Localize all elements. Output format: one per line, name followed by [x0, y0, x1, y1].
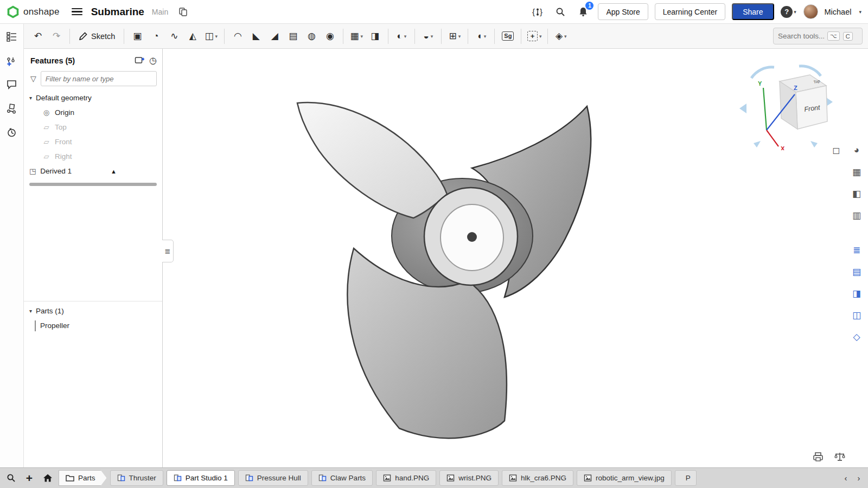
document-title: Submarine	[91, 6, 144, 18]
thicken-button[interactable]: ◫	[202, 28, 220, 45]
surface-button[interactable]: ◖	[473, 28, 490, 45]
mate-connector-button[interactable]: +	[526, 28, 543, 45]
insert-folder-icon[interactable]	[135, 56, 145, 65]
draft-button[interactable]: ◢	[266, 28, 283, 45]
tree-item-derived-1[interactable]: ◳ Derived 1 ▲	[24, 164, 162, 178]
copy-workspace-icon[interactable]	[175, 4, 191, 20]
view-cube-toggle-icon[interactable]: ◻	[828, 142, 844, 158]
panel-collapse-handle[interactable]: ≣	[162, 240, 174, 262]
app-store-button[interactable]: App Store	[598, 3, 648, 20]
extrude-button[interactable]: ▣	[129, 28, 146, 45]
sketch-button[interactable]: Sketch	[74, 28, 119, 45]
tree-item-top-plane[interactable]: ▱ Top	[24, 120, 162, 134]
main-menu-icon[interactable]	[72, 8, 82, 16]
tab-thruster[interactable]: Thruster	[110, 470, 163, 486]
search-tools-input[interactable]	[778, 32, 824, 40]
tab-pressure-hull[interactable]: Pressure Hull	[238, 470, 308, 486]
transform-button[interactable]: ⊞	[446, 28, 463, 45]
tab-scroll-right-icon[interactable]: ›	[853, 471, 865, 486]
help-menu[interactable]: ? ▾	[781, 4, 797, 20]
mirror-button[interactable]: ◨	[366, 28, 384, 45]
feature-list-rail-icon[interactable]: ≣	[848, 242, 865, 258]
tree-group-default-geometry[interactable]: ▾ Default geometry	[24, 91, 162, 105]
new-tab-button[interactable]: +	[22, 471, 37, 486]
tree-item-propeller[interactable]: Propeller	[24, 318, 162, 333]
panel-configurations-icon[interactable]	[4, 53, 20, 68]
kbd-c: C	[843, 32, 853, 41]
hole-button[interactable]: ◉	[321, 28, 339, 45]
panel-comments-icon[interactable]	[4, 77, 20, 92]
feature-filter-input[interactable]	[41, 71, 157, 86]
undo-button[interactable]: ↶	[29, 28, 47, 45]
part-studio-icon	[318, 474, 327, 482]
tab-hlk-cra6-png[interactable]: hlk_cra6.PNG	[502, 470, 573, 486]
tree-group-parts[interactable]: ▾ Parts (1)	[24, 304, 162, 318]
versions-icon[interactable]: {}	[529, 4, 546, 20]
print-3d-icon[interactable]	[812, 450, 825, 463]
learning-center-button[interactable]: Learning Center	[655, 3, 725, 20]
chevron-down-icon: ▾	[859, 9, 861, 15]
shell-button[interactable]: ◍	[303, 28, 320, 45]
tab-hand-png[interactable]: hand.PNG	[376, 470, 436, 486]
display-settings-icon[interactable]: ◕	[848, 142, 865, 158]
folder-tab-parts[interactable]: Parts	[59, 470, 107, 486]
named-views-icon[interactable]: ▥	[848, 207, 865, 223]
left-panel-strip	[0, 24, 24, 467]
chamfer-button[interactable]: ◣	[247, 28, 265, 45]
tab-partial[interactable]: P	[675, 470, 697, 486]
tab-scroll-left-icon[interactable]: ‹	[840, 471, 852, 486]
revolve-button[interactable]: ◔	[147, 28, 164, 45]
right-view-rail: ◕ ▦ ◧ ▥ ≣ ▤ ◨ ◫ ◇	[848, 142, 865, 345]
section-view-icon[interactable]: ◧	[848, 185, 865, 202]
redo-button[interactable]: ↷	[48, 28, 65, 45]
derived-icon: ◳	[29, 167, 36, 175]
chevron-down-icon: ▾	[794, 9, 796, 15]
user-name[interactable]: Michael	[825, 8, 852, 16]
filter-icon: ▽	[30, 74, 36, 83]
home-tab-icon[interactable]	[40, 471, 55, 486]
avatar[interactable]	[803, 4, 818, 19]
warning-triangle-icon: ▲	[111, 168, 117, 175]
boolean-button[interactable]: ◐	[393, 28, 410, 45]
parts-list-rail-icon[interactable]: ▤	[848, 264, 865, 280]
onshape-logo[interactable]: onshape	[7, 5, 60, 18]
mass-properties-icon[interactable]	[833, 450, 846, 463]
model-viewport[interactable]: Top Front Y Z X ◻ ◕ ▦ ◧ ▥	[163, 49, 868, 467]
search-icon[interactable]	[552, 4, 569, 20]
configurations-rail-icon[interactable]: ◫	[848, 307, 865, 323]
rollback-bar[interactable]	[29, 183, 157, 186]
notifications-bell-icon[interactable]: 1	[575, 4, 591, 20]
sketch-label: Sketch	[91, 32, 115, 41]
search-tools-box[interactable]: ⌥ C	[773, 28, 863, 44]
tree-item-front-plane[interactable]: ▱ Front	[24, 134, 162, 149]
origin-icon: ◎	[42, 108, 50, 117]
search-tabs-icon[interactable]	[3, 471, 18, 486]
view-orientation-icon[interactable]: ◇	[848, 329, 865, 345]
workspace-name[interactable]: Main	[152, 8, 168, 16]
sketch-group-button[interactable]: Sg	[499, 28, 516, 45]
share-button[interactable]: Share	[732, 3, 774, 20]
sweep-button[interactable]: ∿	[165, 28, 183, 45]
part-studio-icon	[174, 474, 182, 482]
tab-claw-parts[interactable]: Claw Parts	[311, 470, 373, 486]
split-button[interactable]: ◒	[419, 28, 437, 45]
linear-pattern-button[interactable]: ▦	[348, 28, 365, 45]
rib-button[interactable]: ▤	[284, 28, 302, 45]
rollback-history-icon[interactable]: ◷	[149, 55, 157, 66]
appearance-rail-icon[interactable]: ◨	[848, 285, 865, 301]
fillet-button[interactable]: ◠	[229, 28, 246, 45]
panel-history-icon[interactable]	[4, 125, 20, 140]
panel-versions-graph-icon[interactable]	[4, 101, 20, 116]
custom-feature-button[interactable]: ◈	[552, 28, 570, 45]
tab-part-studio-1[interactable]: Part Studio 1	[167, 470, 235, 486]
tree-item-origin[interactable]: ◎ Origin	[24, 105, 162, 120]
loft-button[interactable]: ◭	[184, 28, 201, 45]
isolate-icon[interactable]: ▦	[848, 164, 865, 180]
tab-wrist-png[interactable]: wrist.PNG	[439, 470, 499, 486]
view-cube[interactable]: Top Front Y Z X	[735, 61, 835, 150]
plane-icon: ▱	[42, 152, 50, 160]
panel-feature-list-icon[interactable]	[4, 29, 20, 44]
tree-item-right-plane[interactable]: ▱ Right	[24, 149, 162, 164]
mate-connector-icon: +	[527, 31, 538, 41]
tab-robotic-arm-view-jpg[interactable]: robotic_arm_view.jpg	[577, 470, 672, 486]
